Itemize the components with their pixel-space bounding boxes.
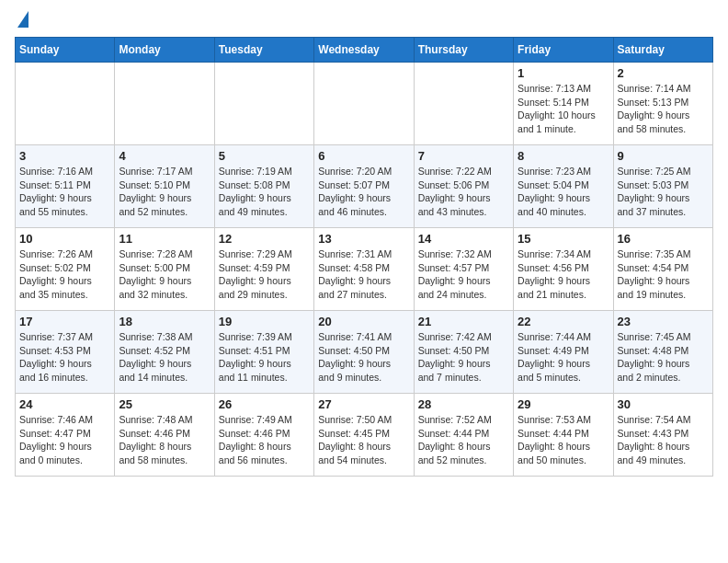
calendar-cell: 16Sunrise: 7:35 AM Sunset: 4:54 PM Dayli…: [613, 228, 712, 311]
calendar-header: SundayMondayTuesdayWednesdayThursdayFrid…: [16, 38, 713, 63]
page-header: [15, 15, 713, 28]
calendar-cell: 9Sunrise: 7:25 AM Sunset: 5:03 PM Daylig…: [613, 145, 712, 228]
weekday-header-tuesday: Tuesday: [214, 38, 313, 63]
day-number: 16: [618, 232, 709, 246]
day-info: Sunrise: 7:44 AM Sunset: 4:49 PM Dayligh…: [518, 330, 609, 385]
day-number: 3: [19, 149, 110, 163]
calendar-week-0: 1Sunrise: 7:13 AM Sunset: 5:14 PM Daylig…: [16, 63, 713, 145]
day-info: Sunrise: 7:38 AM Sunset: 4:52 PM Dayligh…: [119, 330, 210, 385]
calendar-cell: 22Sunrise: 7:44 AM Sunset: 4:49 PM Dayli…: [514, 311, 613, 394]
day-info: Sunrise: 7:39 AM Sunset: 4:51 PM Dayligh…: [219, 330, 310, 385]
calendar-cell: 13Sunrise: 7:31 AM Sunset: 4:58 PM Dayli…: [314, 228, 414, 311]
calendar-cell: [115, 63, 214, 145]
day-info: Sunrise: 7:41 AM Sunset: 4:50 PM Dayligh…: [318, 330, 409, 385]
calendar-week-2: 10Sunrise: 7:26 AM Sunset: 5:02 PM Dayli…: [16, 228, 713, 311]
weekday-header-wednesday: Wednesday: [314, 38, 414, 63]
day-number: 11: [119, 232, 210, 246]
calendar-cell: 4Sunrise: 7:17 AM Sunset: 5:10 PM Daylig…: [115, 145, 214, 228]
calendar-cell: 8Sunrise: 7:23 AM Sunset: 5:04 PM Daylig…: [514, 145, 613, 228]
day-info: Sunrise: 7:48 AM Sunset: 4:46 PM Dayligh…: [119, 413, 210, 467]
day-info: Sunrise: 7:42 AM Sunset: 4:50 PM Dayligh…: [418, 330, 509, 385]
day-info: Sunrise: 7:16 AM Sunset: 5:11 PM Dayligh…: [19, 165, 110, 219]
day-number: 23: [618, 315, 709, 328]
logo: [15, 15, 28, 28]
calendar-cell: 3Sunrise: 7:16 AM Sunset: 5:11 PM Daylig…: [16, 145, 115, 228]
calendar-cell: 24Sunrise: 7:46 AM Sunset: 4:47 PM Dayli…: [16, 394, 115, 477]
day-number: 24: [19, 397, 110, 411]
day-number: 6: [318, 149, 409, 163]
day-info: Sunrise: 7:25 AM Sunset: 5:03 PM Dayligh…: [618, 165, 709, 219]
day-number: 27: [318, 397, 409, 411]
day-number: 15: [518, 232, 609, 246]
day-info: Sunrise: 7:37 AM Sunset: 4:53 PM Dayligh…: [19, 330, 110, 385]
calendar-cell: 25Sunrise: 7:48 AM Sunset: 4:46 PM Dayli…: [115, 394, 214, 477]
calendar-week-3: 17Sunrise: 7:37 AM Sunset: 4:53 PM Dayli…: [16, 311, 713, 394]
calendar-cell: 27Sunrise: 7:50 AM Sunset: 4:45 PM Dayli…: [314, 394, 414, 477]
day-info: Sunrise: 7:28 AM Sunset: 5:00 PM Dayligh…: [119, 247, 210, 302]
day-info: Sunrise: 7:26 AM Sunset: 5:02 PM Dayligh…: [19, 247, 110, 302]
calendar-cell: [414, 63, 513, 145]
calendar-week-4: 24Sunrise: 7:46 AM Sunset: 4:47 PM Dayli…: [16, 394, 713, 477]
calendar-cell: 23Sunrise: 7:45 AM Sunset: 4:48 PM Dayli…: [613, 311, 712, 394]
logo-triangle-icon: [17, 11, 28, 28]
day-info: Sunrise: 7:17 AM Sunset: 5:10 PM Dayligh…: [119, 165, 210, 219]
day-info: Sunrise: 7:52 AM Sunset: 4:44 PM Dayligh…: [418, 413, 509, 467]
calendar-cell: 21Sunrise: 7:42 AM Sunset: 4:50 PM Dayli…: [414, 311, 513, 394]
day-number: 25: [119, 397, 210, 411]
day-number: 8: [518, 149, 609, 163]
calendar-cell: 19Sunrise: 7:39 AM Sunset: 4:51 PM Dayli…: [214, 311, 313, 394]
day-info: Sunrise: 7:22 AM Sunset: 5:06 PM Dayligh…: [418, 165, 509, 219]
calendar-cell: [214, 63, 313, 145]
day-number: 14: [418, 232, 509, 246]
calendar-body: 1Sunrise: 7:13 AM Sunset: 5:14 PM Daylig…: [16, 63, 713, 477]
day-number: 18: [119, 315, 210, 328]
calendar-cell: 11Sunrise: 7:28 AM Sunset: 5:00 PM Dayli…: [115, 228, 214, 311]
calendar-cell: [314, 63, 414, 145]
weekday-header-row: SundayMondayTuesdayWednesdayThursdayFrid…: [16, 38, 713, 63]
day-info: Sunrise: 7:29 AM Sunset: 4:59 PM Dayligh…: [219, 247, 310, 302]
calendar-cell: 6Sunrise: 7:20 AM Sunset: 5:07 PM Daylig…: [314, 145, 414, 228]
day-info: Sunrise: 7:45 AM Sunset: 4:48 PM Dayligh…: [618, 330, 709, 385]
day-info: Sunrise: 7:13 AM Sunset: 5:14 PM Dayligh…: [518, 82, 609, 136]
day-number: 21: [418, 315, 509, 328]
day-number: 19: [219, 315, 310, 328]
day-info: Sunrise: 7:46 AM Sunset: 4:47 PM Dayligh…: [19, 413, 110, 467]
calendar-table: SundayMondayTuesdayWednesdayThursdayFrid…: [15, 37, 713, 477]
day-number: 22: [518, 315, 609, 328]
day-number: 9: [618, 149, 709, 163]
day-info: Sunrise: 7:53 AM Sunset: 4:44 PM Dayligh…: [518, 413, 609, 467]
day-info: Sunrise: 7:19 AM Sunset: 5:08 PM Dayligh…: [219, 165, 310, 219]
weekday-header-monday: Monday: [115, 38, 214, 63]
day-info: Sunrise: 7:31 AM Sunset: 4:58 PM Dayligh…: [318, 247, 409, 302]
day-info: Sunrise: 7:23 AM Sunset: 5:04 PM Dayligh…: [518, 165, 609, 219]
day-number: 30: [618, 397, 709, 411]
day-number: 26: [219, 397, 310, 411]
day-number: 28: [418, 397, 509, 411]
calendar-cell: 14Sunrise: 7:32 AM Sunset: 4:57 PM Dayli…: [414, 228, 513, 311]
day-number: 4: [119, 149, 210, 163]
day-number: 7: [418, 149, 509, 163]
day-number: 2: [618, 66, 709, 80]
calendar-cell: 26Sunrise: 7:49 AM Sunset: 4:46 PM Dayli…: [214, 394, 313, 477]
calendar-cell: 10Sunrise: 7:26 AM Sunset: 5:02 PM Dayli…: [16, 228, 115, 311]
day-number: 17: [19, 315, 110, 328]
weekday-header-sunday: Sunday: [16, 38, 115, 63]
day-info: Sunrise: 7:34 AM Sunset: 4:56 PM Dayligh…: [518, 247, 609, 302]
calendar-cell: 15Sunrise: 7:34 AM Sunset: 4:56 PM Dayli…: [514, 228, 613, 311]
day-number: 5: [219, 149, 310, 163]
day-number: 10: [19, 232, 110, 246]
calendar-cell: 20Sunrise: 7:41 AM Sunset: 4:50 PM Dayli…: [314, 311, 414, 394]
weekday-header-thursday: Thursday: [414, 38, 513, 63]
day-number: 20: [318, 315, 409, 328]
calendar-cell: 1Sunrise: 7:13 AM Sunset: 5:14 PM Daylig…: [514, 63, 613, 145]
weekday-header-friday: Friday: [514, 38, 613, 63]
calendar-cell: 28Sunrise: 7:52 AM Sunset: 4:44 PM Dayli…: [414, 394, 513, 477]
calendar-cell: [16, 63, 115, 145]
day-info: Sunrise: 7:54 AM Sunset: 4:43 PM Dayligh…: [618, 413, 709, 467]
weekday-header-saturday: Saturday: [613, 38, 712, 63]
day-number: 13: [318, 232, 409, 246]
calendar-cell: 18Sunrise: 7:38 AM Sunset: 4:52 PM Dayli…: [115, 311, 214, 394]
calendar-cell: 5Sunrise: 7:19 AM Sunset: 5:08 PM Daylig…: [214, 145, 313, 228]
day-number: 1: [518, 66, 609, 80]
day-info: Sunrise: 7:14 AM Sunset: 5:13 PM Dayligh…: [618, 82, 709, 136]
